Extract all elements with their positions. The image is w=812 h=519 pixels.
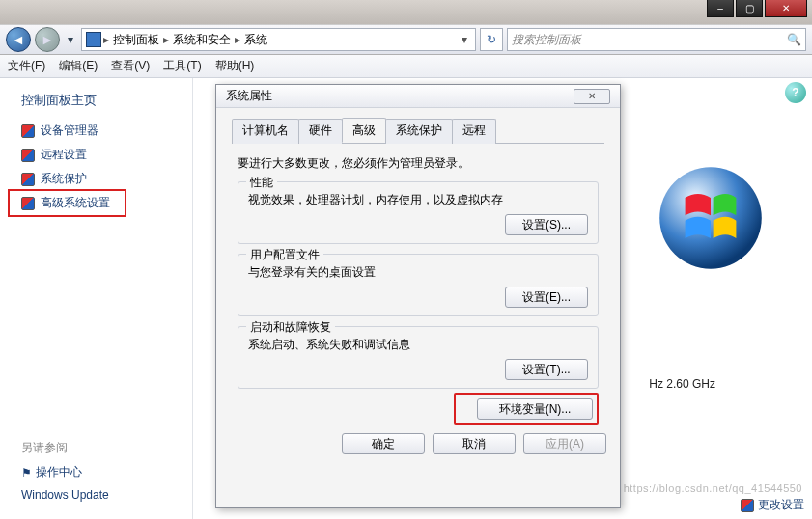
flag-icon: ⚑ [21,466,32,479]
menu-edit[interactable]: 编辑(E) [59,58,98,74]
system-properties-dialog: 系统属性 ✕ 计算机名 硬件 高级 系统保护 远程 要进行大多数更改，您必须作为… [215,84,621,508]
dialog-close-button[interactable]: ✕ [574,89,610,104]
watermark-text: https://blog.csdn.net/qq_41544550 [624,482,802,494]
windows-update-link[interactable]: Windows Update [21,484,109,505]
see-also-heading: 另请参阅 [21,436,109,460]
environment-variables-button[interactable]: 环境变量(N)... [477,398,593,420]
tab-system-protection[interactable]: 系统保护 [385,119,453,144]
shield-icon [21,197,35,210]
shield-icon [741,499,754,512]
tab-computer-name[interactable]: 计算机名 [232,119,299,144]
svg-point-0 [659,167,762,269]
chevron-down-icon[interactable]: ▾ [458,33,471,46]
group-legend: 性能 [246,175,277,191]
menu-help[interactable]: 帮助(H) [215,58,255,74]
change-settings-link[interactable]: 更改设置 [741,497,804,513]
shield-icon [21,173,35,186]
chevron-right-icon: ▸ [163,33,169,46]
dialog-title: 系统属性 [226,88,272,104]
group-description: 与您登录有关的桌面设置 [248,264,588,281]
ok-button[interactable]: 确定 [342,433,425,454]
performance-group: 性能 视觉效果，处理器计划，内存使用，以及虚拟内存 设置(S)... [238,181,599,244]
apply-button[interactable]: 应用(A) [523,433,606,454]
user-profile-group: 用户配置文件 与您登录有关的桌面设置 设置(E)... [238,254,599,316]
breadcrumb-item[interactable]: 控制面板 [111,32,161,48]
performance-settings-button[interactable]: 设置(S)... [505,214,588,235]
tab-advanced[interactable]: 高级 [342,118,386,143]
startup-recovery-group: 启动和故障恢复 系统启动、系统失败和调试信息 设置(T)... [238,326,599,389]
window-titlebar: – ▢ ✕ [0,0,812,24]
breadcrumb-item[interactable]: 系统和安全 [171,32,233,48]
menu-tools[interactable]: 工具(T) [163,58,201,74]
menu-view[interactable]: 查看(V) [111,58,150,74]
sidebar: 控制面板主页 设备管理器 远程设置 系统保护 高级系统设置 另请参阅 ⚑ 操作中… [0,78,193,519]
sidebar-item-system-protection[interactable]: 系统保护 [0,167,192,191]
breadcrumb[interactable]: ▸ 控制面板 ▸ 系统和安全 ▸ 系统 ▾ [81,28,476,51]
sidebar-item-label: 高级系统设置 [41,195,110,211]
control-panel-icon [86,32,101,47]
address-bar: ◄ ► ▾ ▸ 控制面板 ▸ 系统和安全 ▸ 系统 ▾ ↻ 搜索控制面板 🔍 [0,24,812,55]
sidebar-home-link[interactable]: 控制面板主页 [0,92,192,119]
search-input[interactable]: 搜索控制面板 🔍 [507,28,806,51]
sidebar-item-advanced-system-settings[interactable]: 高级系统设置 [0,191,192,215]
maximize-button[interactable]: ▢ [736,0,763,17]
user-profile-settings-button[interactable]: 设置(E)... [505,287,588,308]
breadcrumb-item[interactable]: 系统 [242,32,269,48]
shield-icon [21,149,35,162]
sidebar-item-remote-settings[interactable]: 远程设置 [0,143,192,167]
link-label: 更改设置 [758,497,804,513]
sidebar-item-label: 设备管理器 [41,123,98,139]
refresh-button[interactable]: ↻ [480,28,503,51]
close-button[interactable]: ✕ [765,0,807,17]
sidebar-item-label: 远程设置 [41,147,87,163]
chevron-right-icon: ▸ [235,33,240,46]
cpu-speed-text: Hz 2.60 GHz [649,377,715,391]
dialog-tabs: 计算机名 硬件 高级 系统保护 远程 [232,118,604,144]
group-description: 视觉效果，处理器计划，内存使用，以及虚拟内存 [248,192,588,208]
search-icon[interactable]: 🔍 [787,33,801,46]
minimize-button[interactable]: – [707,0,734,17]
cancel-button[interactable]: 取消 [433,433,516,454]
link-label: 操作中心 [36,464,82,480]
group-legend: 用户配置文件 [246,247,323,263]
shield-icon [21,124,35,138]
back-button[interactable]: ◄ [6,27,31,52]
menu-bar: 文件(F) 编辑(E) 查看(V) 工具(T) 帮助(H) [0,55,812,78]
group-description: 系统启动、系统失败和调试信息 [248,337,588,353]
forward-button[interactable]: ► [35,27,60,52]
tab-hardware[interactable]: 硬件 [298,119,343,144]
tab-remote[interactable]: 远程 [452,119,496,144]
startup-settings-button[interactable]: 设置(T)... [505,359,588,380]
admin-note-text: 要进行大多数更改，您必须作为管理员登录。 [238,155,599,172]
nav-history-dropdown[interactable]: ▾ [64,27,77,52]
dialog-titlebar: 系统属性 ✕ [216,85,620,108]
chevron-right-icon: ▸ [103,33,109,46]
sidebar-item-label: 系统保护 [41,171,87,187]
action-center-link[interactable]: ⚑ 操作中心 [21,460,109,484]
help-icon[interactable]: ? [785,82,806,103]
menu-file[interactable]: 文件(F) [8,58,45,74]
windows-logo-icon [658,165,764,271]
sidebar-item-device-manager[interactable]: 设备管理器 [0,119,192,143]
search-placeholder: 搜索控制面板 [512,32,581,48]
group-legend: 启动和故障恢复 [246,319,335,336]
